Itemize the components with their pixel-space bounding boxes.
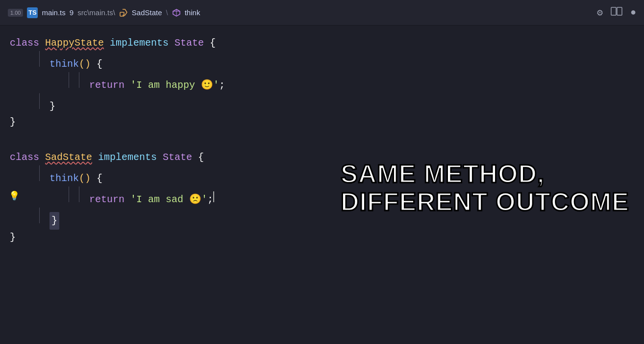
brace-open-4: {	[91, 171, 102, 186]
code-line-sad-close-outer: }	[0, 230, 644, 245]
keyword-implements-1: implements	[104, 35, 174, 51]
method-think-2: think	[50, 171, 79, 186]
sadstate-icon	[119, 8, 128, 17]
code-content: class HappyState implements State { thin…	[0, 35, 644, 245]
keyword-implements-2: implements	[92, 150, 163, 165]
overlay-line2: DIFFERENT OUTCOME	[341, 188, 629, 216]
semicolon-2: ;	[207, 192, 213, 208]
keyword-class-1: class	[10, 35, 45, 51]
paren-open-2: ()	[79, 171, 91, 186]
code-line-happy-close-outer: }	[0, 114, 644, 130]
overlay-text: SAME METHOD, DIFFERENT OUTCOME	[341, 160, 629, 216]
keyword-return-1: return	[89, 78, 130, 93]
indent-line-5	[39, 165, 40, 181]
brace-close-1: }	[50, 99, 55, 114]
brace-open-2: {	[91, 56, 102, 72]
code-line-happy-think: think () {	[0, 51, 644, 72]
indent-line-1	[39, 51, 40, 67]
svg-rect-4	[611, 7, 616, 15]
breadcrumb-sep2: \	[166, 8, 168, 17]
code-line-happy-class: class HappyState implements State {	[0, 35, 644, 51]
indent-line-2	[69, 72, 69, 88]
class-sad-name: SadState	[45, 150, 92, 165]
string-sad: 'I am sad 🙁'	[130, 192, 207, 208]
indent-line-3	[79, 72, 79, 88]
indent-line-6	[69, 186, 69, 202]
circle-icon: ●	[630, 7, 636, 18]
overlay-line1: SAME METHOD,	[341, 160, 629, 188]
interface-state-1: State	[174, 35, 204, 51]
indent-line-8	[39, 208, 40, 223]
brace-close-highlighted: }	[50, 212, 59, 230]
code-line-happy-return: return 'I am happy 🙂' ;	[0, 72, 644, 93]
split-editor-icon[interactable]	[611, 7, 622, 19]
think-icon	[172, 8, 181, 17]
indent-line-4	[39, 93, 40, 109]
version-badge: 1.00	[8, 9, 23, 17]
svg-rect-0	[120, 12, 124, 16]
brace-open-1: {	[204, 35, 216, 51]
keyword-return-2: return	[89, 192, 130, 208]
class-happy-name: HappyState	[45, 35, 104, 51]
text-cursor	[213, 191, 214, 202]
string-happy: 'I am happy 🙂'	[130, 78, 219, 93]
brace-open-3: {	[192, 150, 204, 165]
titlebar: 1.00 TS main.ts 9 src\main.ts\ SadState …	[0, 0, 644, 26]
toolbar-right: ⚙ ●	[597, 6, 636, 19]
brace-close-2: }	[10, 114, 16, 130]
settings-icon[interactable]: ⚙	[597, 6, 603, 19]
code-editor: class HappyState implements State { thin…	[0, 26, 644, 344]
semicolon-1: ;	[219, 78, 225, 93]
breadcrumb-line-number: 9	[70, 8, 74, 17]
breadcrumb-sep1: src\main.ts\	[77, 8, 115, 17]
code-line-happy-close-inner: }	[0, 93, 644, 114]
svg-rect-5	[617, 7, 622, 15]
breadcrumb-think: think	[185, 8, 200, 17]
paren-open-1: ()	[79, 56, 91, 72]
spacer-2	[0, 140, 644, 150]
brace-close-4: }	[10, 230, 16, 245]
interface-state-2: State	[163, 150, 192, 165]
spacer-1	[0, 130, 644, 140]
indent-line-7	[79, 186, 79, 202]
ts-icon: TS	[27, 7, 38, 18]
breadcrumb: 1.00 TS main.ts 9 src\main.ts\ SadState …	[8, 7, 597, 18]
method-think-1: think	[50, 56, 79, 72]
keyword-class-2: class	[10, 150, 45, 165]
breadcrumb-sadstate: SadState	[132, 8, 162, 17]
breadcrumb-filename: main.ts	[42, 8, 65, 17]
lightbulb-icon[interactable]: 💡	[9, 188, 20, 204]
